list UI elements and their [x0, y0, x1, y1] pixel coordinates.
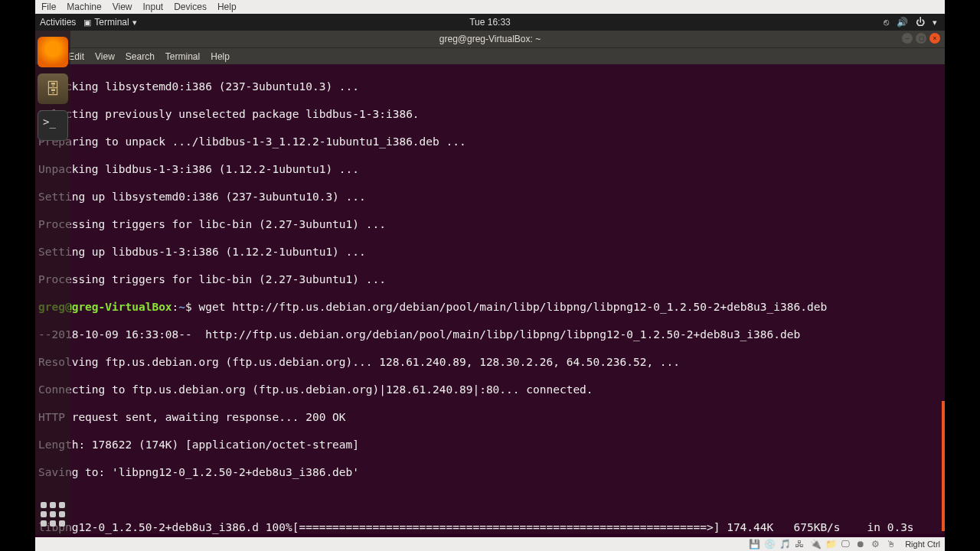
dock-apps-button[interactable]: [38, 499, 68, 530]
output-line: Processing triggers for libc-bin (2.27-3…: [38, 217, 942, 231]
terminal-menu-bar[interactable]: File Edit View Search Terminal Help: [35, 47, 945, 64]
term-menu-search[interactable]: Search: [126, 51, 155, 62]
vbox-network-icon[interactable]: 🖧: [795, 539, 805, 549]
vbox-audio-icon[interactable]: 🎵: [779, 539, 790, 549]
output-line: Setting up libsystemd0:i386 (237-3ubuntu…: [38, 190, 942, 204]
virtualbox-menu-bar[interactable]: File Machine View Input Devices Help: [35, 0, 945, 14]
dock: 🗄: [35, 31, 70, 536]
term-menu-view[interactable]: View: [95, 51, 115, 62]
vbox-menu-input[interactable]: Input: [143, 2, 164, 12]
output-line: Length: 178622 (174K) [application/octet…: [38, 438, 942, 452]
vbox-menu-machine[interactable]: Machine: [67, 2, 101, 12]
app-menu-button[interactable]: ▣ Terminal ▾: [83, 17, 136, 28]
gnome-topbar: Activities ▣ Terminal ▾ Tue 16:33 ⎋ 🔊 ⏻ …: [35, 14, 945, 31]
power-icon[interactable]: ⏻: [916, 17, 925, 28]
output-line: --2018-10-09 16:33:08-- http://ftp.us.de…: [38, 328, 942, 341]
vbox-display-icon[interactable]: 🖵: [841, 539, 851, 549]
host-key-label: Right Ctrl: [905, 540, 940, 549]
output-line: Selecting previously unselected package …: [38, 107, 942, 121]
term-menu-edit[interactable]: Edit: [68, 51, 84, 62]
output-line: Preparing to unpack .../libdbus-1-3_1.12…: [38, 135, 942, 148]
dock-firefox-icon[interactable]: [38, 37, 68, 67]
prompt-line: greg@greg-VirtualBox:~$ wget http://ftp.…: [38, 300, 942, 314]
vbox-menu-view[interactable]: View: [113, 2, 132, 12]
vbox-menu-devices[interactable]: Devices: [174, 2, 207, 12]
window-titlebar[interactable]: greg@greg-VirtualBox: ~ – ◻ ×: [35, 31, 945, 47]
term-menu-terminal[interactable]: Terminal: [165, 51, 200, 62]
vbox-usb-icon[interactable]: 🔌: [810, 539, 821, 549]
terminal-icon: ▣: [83, 18, 91, 28]
term-menu-help[interactable]: Help: [211, 51, 230, 62]
output-line: Connecting to ftp.us.debian.org (ftp.us.…: [38, 383, 942, 396]
maximize-button[interactable]: ◻: [916, 33, 926, 44]
clock[interactable]: Tue 16:33: [469, 17, 511, 28]
close-button[interactable]: ×: [929, 33, 940, 44]
vbox-disk-icon[interactable]: 💾: [749, 539, 760, 549]
output-line: Setting up libdbus-1-3:i386 (1.12.2-1ubu…: [38, 245, 942, 259]
vbox-recording-icon[interactable]: ⏺: [856, 539, 867, 549]
output-line: Processing triggers for libc-bin (2.27-3…: [38, 272, 942, 286]
network-icon[interactable]: ⎋: [884, 17, 889, 28]
dock-files-icon[interactable]: 🗄: [38, 73, 68, 104]
output-line: [38, 493, 942, 507]
vbox-mouse-icon[interactable]: 🖱: [887, 539, 897, 549]
activities-button[interactable]: Activities: [40, 17, 76, 28]
scrollbar[interactable]: [942, 401, 945, 531]
vbox-menu-help[interactable]: Help: [217, 2, 237, 12]
volume-icon[interactable]: 🔊: [897, 17, 908, 28]
output-line: Saving to: 'libpng12-0_1.2.50-2+deb8u3_i…: [38, 465, 942, 479]
virtualbox-statusbar: 💾 💿 🎵 🖧 🔌 📁 🖵 ⏺ ⚙ 🖱 Right Ctrl: [35, 537, 945, 551]
vbox-cpu-icon[interactable]: ⚙: [871, 539, 882, 549]
output-line: Unpacking libsystemd0:i386 (237-3ubuntu1…: [38, 80, 942, 93]
vbox-menu-file[interactable]: File: [41, 2, 56, 12]
minimize-button[interactable]: –: [902, 33, 913, 44]
terminal-output[interactable]: Unpacking libsystemd0:i386 (237-3ubuntu1…: [35, 64, 945, 534]
output-line: Unpacking libdbus-1-3:i386 (1.12.2-1ubun…: [38, 162, 942, 176]
chevron-down-icon[interactable]: ▾: [933, 18, 937, 28]
output-line: libpng12-0_1.2.50-2+deb8u3_i386.d 100%[=…: [38, 520, 942, 534]
output-line: Resolving ftp.us.debian.org (ftp.us.debi…: [38, 355, 942, 369]
window-title: greg@greg-VirtualBox: ~: [439, 34, 541, 44]
output-line: HTTP request sent, awaiting response... …: [38, 410, 942, 424]
vbox-shared-icon[interactable]: 📁: [825, 539, 836, 549]
chevron-down-icon: ▾: [132, 18, 137, 28]
dock-terminal-icon[interactable]: [38, 110, 68, 141]
vbox-optical-icon[interactable]: 💿: [764, 539, 775, 549]
